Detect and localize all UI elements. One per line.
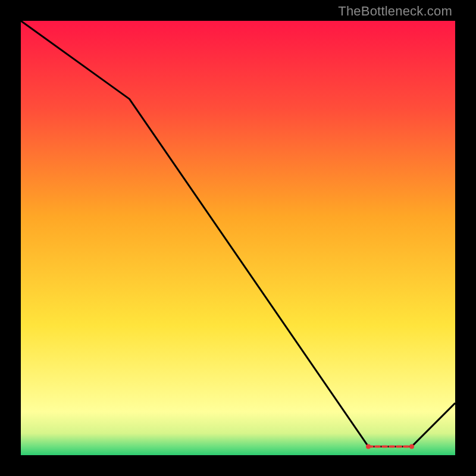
bottleneck-chart	[0, 0, 476, 476]
attribution-text: TheBottleneck.com	[338, 4, 452, 19]
